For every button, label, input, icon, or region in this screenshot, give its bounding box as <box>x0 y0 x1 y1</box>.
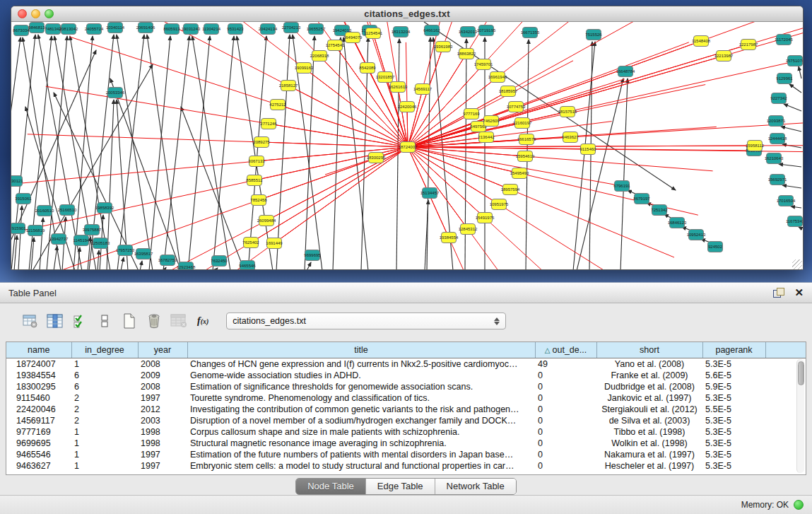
column-header-name[interactable]: name <box>6 342 71 358</box>
cell-name[interactable]: 14569117 <box>6 415 71 426</box>
cell-pagerank[interactable]: 5.6E-5 <box>702 370 765 381</box>
cell-short[interactable]: Jankovic et al. (1997) <box>596 392 702 404</box>
table-row[interactable]: 1456911722003Disruption of a novel membe… <box>6 415 806 426</box>
network-node[interactable]: 7625402 <box>242 238 259 248</box>
network-node[interactable]: 7632450 <box>211 256 228 267</box>
network-node[interactable]: 18185957 <box>499 86 518 97</box>
network-node[interactable]: 9463627 <box>562 132 579 143</box>
network-node[interactable]: 15495493 <box>510 168 529 179</box>
delete-table-icon[interactable] <box>145 312 163 330</box>
column-header-year[interactable]: year <box>138 342 187 358</box>
network-node[interactable]: 3067133 <box>248 156 265 167</box>
network-node[interactable]: 18157515 <box>558 107 577 117</box>
network-node[interactable]: 12156819 <box>26 226 45 236</box>
table-options-icon[interactable] <box>21 312 40 330</box>
network-node[interactable]: 10774753 <box>507 102 526 112</box>
table-row[interactable]: 1938455462009Genome-wide association stu… <box>6 370 806 381</box>
cell-short[interactable]: Dudbridge et al. (2008) <box>596 381 702 392</box>
cell-pagerank[interactable]: 5.9E-5 <box>702 381 765 392</box>
cell-pagerank[interactable]: 5.3E-5 <box>702 438 765 449</box>
select-columns-icon[interactable] <box>71 312 89 330</box>
cell-in_degree[interactable]: 1 <box>71 358 138 370</box>
cell-pagerank[interactable]: 5.3E-5 <box>702 392 765 404</box>
network-node[interactable]: 7251342 <box>651 205 668 216</box>
network-node[interactable]: 9330121 <box>11 176 23 187</box>
cell-short[interactable]: Yano et al. (2008) <box>596 358 702 370</box>
network-node[interactable]: 18957594 <box>501 185 520 195</box>
cell-year[interactable]: 1997 <box>138 392 187 404</box>
cell-year[interactable]: 2008 <box>138 358 187 370</box>
network-node[interactable]: 16671355 <box>521 28 540 38</box>
network-node[interactable]: 15491975 <box>476 213 495 223</box>
cell-in_degree[interactable]: 6 <box>71 370 138 381</box>
network-node[interactable]: 16494079 <box>343 33 363 43</box>
network-node[interactable]: 8605913 <box>163 24 180 35</box>
cell-in_degree[interactable]: 1 <box>71 438 138 449</box>
network-node[interactable]: 1691449 <box>266 238 283 249</box>
network-node[interactable]: 8585512 <box>246 175 263 186</box>
table-scrollbar[interactable] <box>796 359 804 473</box>
cell-year[interactable]: 1998 <box>138 426 187 438</box>
function-builder-icon[interactable]: f(x) <box>194 315 211 327</box>
tab-edge-table[interactable]: Edge Table <box>365 479 435 494</box>
network-node[interactable]: 9129961 <box>776 74 793 84</box>
network-node[interactable]: 10719195 <box>477 25 496 36</box>
cell-name[interactable]: 18724007 <box>6 358 71 370</box>
network-node[interactable]: 16210643 <box>765 153 784 164</box>
network-node[interactable]: 17016504 <box>777 196 796 206</box>
network-node[interactable]: 18724007 <box>399 142 418 153</box>
cell-short[interactable]: Hescheler et al. (1997) <box>596 460 702 472</box>
column-header-out_de[interactable]: △out_de... <box>535 342 596 358</box>
column-header-title[interactable]: title <box>187 342 535 358</box>
table-row[interactable]: 1872400712008Changes of HCN gene express… <box>6 358 806 370</box>
network-node[interactable]: 8542089 <box>359 63 376 74</box>
cell-pagerank[interactable]: 5.5E-5 <box>702 404 765 415</box>
float-panel-icon[interactable] <box>773 288 784 298</box>
network-node[interactable]: 9846813 <box>28 23 45 33</box>
cell-name[interactable]: 19384554 <box>6 370 71 381</box>
minimize-window-button[interactable] <box>31 9 40 18</box>
column-header-in_degree[interactable]: in_degree <box>71 342 138 358</box>
network-node[interactable]: 16616579 <box>517 134 536 145</box>
network-node[interactable]: 22420046 <box>398 102 417 112</box>
cell-name[interactable]: 9463627 <box>6 460 71 472</box>
network-node[interactable]: 7515526 <box>585 30 602 40</box>
cell-title[interactable]: Investigating the contribution of common… <box>187 404 535 415</box>
network-node[interactable]: 18300295 <box>367 153 386 163</box>
network-node[interactable]: 9227342 <box>770 93 787 104</box>
cell-year[interactable]: 1997 <box>138 449 187 460</box>
cell-year[interactable]: 1997 <box>138 460 187 472</box>
cell-pagerank[interactable]: 5.3E-5 <box>702 426 765 438</box>
cell-name[interactable]: 18300295 <box>6 381 71 392</box>
cell-in_degree[interactable]: 2 <box>71 392 138 404</box>
network-node[interactable]: 22068318 <box>310 51 329 62</box>
column-header-pagerank[interactable]: pagerank <box>702 342 765 358</box>
table-row[interactable]: 1830029562008Estimation of significance … <box>6 381 806 392</box>
cell-pagerank[interactable]: 5.3E-5 <box>702 449 765 460</box>
network-node[interactable]: 2771246 <box>260 119 277 129</box>
network-node[interactable]: 6796191 <box>613 181 630 192</box>
cell-out_de[interactable]: 0 <box>535 426 596 438</box>
network-node[interactable]: 19361983 <box>434 42 453 52</box>
network-node[interactable]: 19099163 <box>295 63 314 74</box>
network-node[interactable]: 19031243 <box>182 24 201 35</box>
network-node[interactable]: 16846123 <box>668 218 687 228</box>
network-node[interactable]: 21858127 <box>279 81 298 91</box>
network-node[interactable]: 2136442 <box>478 132 495 143</box>
table-scrollbar-thumb[interactable] <box>798 361 804 385</box>
cell-in_degree[interactable]: 2 <box>71 415 138 426</box>
cell-title[interactable]: Structural magnetic resonance image aver… <box>187 438 535 449</box>
cell-year[interactable]: 1998 <box>138 438 187 449</box>
network-node[interactable]: 1145194 <box>73 235 90 246</box>
cell-in_degree[interactable]: 1 <box>71 460 138 472</box>
network-node[interactable]: 17459701 <box>474 59 493 70</box>
network-node[interactable]: 4275212 <box>269 100 286 110</box>
network-node[interactable]: 24055724 <box>85 24 104 35</box>
network-node[interactable]: 12444418 <box>768 134 787 144</box>
cell-year[interactable]: 2003 <box>138 415 187 426</box>
network-node[interactable]: 3915061 <box>15 194 32 204</box>
network-node[interactable]: 16342013 <box>459 27 478 37</box>
cell-title[interactable]: Disruption of a novel member of a sodium… <box>187 415 535 426</box>
cell-out_de[interactable]: 0 <box>535 449 596 460</box>
network-node[interactable]: 12217987 <box>739 40 758 50</box>
